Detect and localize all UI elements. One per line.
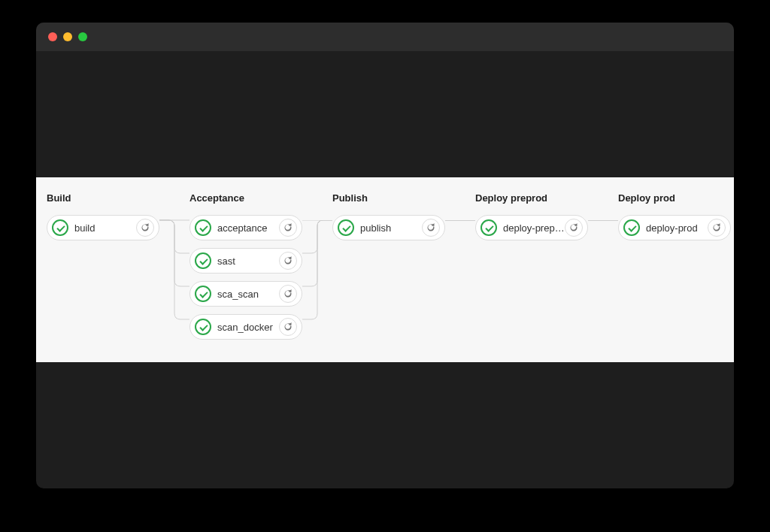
stage-title: Build [47,192,159,204]
pipeline-graph: Build build [36,177,734,362]
app-window: Build build [36,23,734,488]
job-name: publish [360,222,422,234]
job-name: build [74,222,136,234]
retry-button[interactable] [279,252,297,270]
window-titlebar [36,23,734,51]
retry-icon [283,289,293,298]
retry-button[interactable] [136,219,154,237]
window-close-button[interactable] [48,32,57,41]
job-name: sca_scan [217,289,279,300]
job-name: scan_docker [217,322,279,333]
check-circle-icon [195,219,211,236]
retry-button[interactable] [565,219,583,237]
stage-deploy-prod: Deploy prod deploy-prod [618,192,731,240]
stage-publish: Publish publish [332,192,445,240]
retry-icon [283,256,293,265]
retry-icon [283,322,293,331]
window-content: Build build [36,51,734,488]
stage-title: Deploy prod [618,192,731,204]
job-name: deploy-prod [646,222,708,234]
stage-title: Deploy preprod [475,192,588,204]
retry-icon [569,223,578,232]
check-circle-icon [52,219,68,236]
retry-icon [141,223,150,232]
job-name: sast [217,255,279,267]
job-name: deploy-preprod [503,222,565,234]
job-acceptance[interactable]: acceptance [189,215,302,240]
retry-icon [426,223,435,232]
window-minimize-button[interactable] [63,32,72,41]
job-build[interactable]: build [47,215,159,240]
job-scan_docker[interactable]: scan_docker [189,314,302,340]
job-deploy-prod[interactable]: deploy-prod [618,215,731,240]
job-sast[interactable]: sast [189,248,302,274]
job-sca_scan[interactable]: sca_scan [189,281,302,307]
check-circle-icon [623,219,640,236]
retry-icon [283,223,293,232]
job-name: acceptance [217,222,279,234]
retry-button[interactable] [279,219,297,237]
job-publish[interactable]: publish [332,215,445,240]
job-deploy-preprod[interactable]: deploy-preprod [475,215,588,240]
check-circle-icon [195,286,211,302]
retry-button[interactable] [422,219,440,237]
stage-title: Publish [332,192,445,204]
retry-button[interactable] [279,285,297,303]
retry-button[interactable] [279,318,297,336]
retry-button[interactable] [708,219,726,237]
check-circle-icon [338,219,354,236]
retry-icon [712,223,721,232]
check-circle-icon [195,252,211,269]
check-circle-icon [195,319,211,335]
stage-acceptance: Acceptance acceptance sast [189,192,302,340]
stage-title: Acceptance [189,192,302,204]
stage-build: Build build [47,192,159,240]
stage-deploy-preprod: Deploy preprod deploy-preprod [475,192,588,240]
window-zoom-button[interactable] [78,32,87,41]
check-circle-icon [480,219,497,236]
